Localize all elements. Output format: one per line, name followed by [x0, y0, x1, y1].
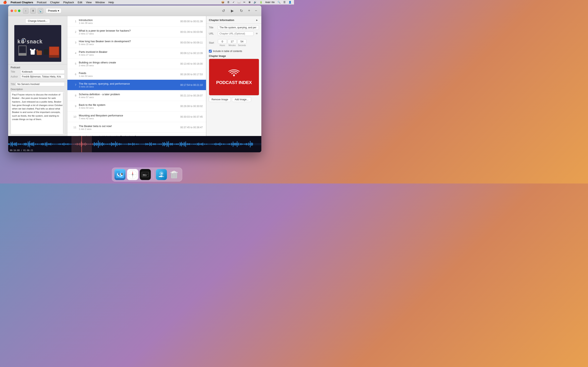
close-button[interactable] — [11, 9, 13, 12]
display-icon[interactable]: 🖥 — [247, 1, 251, 4]
svg-rect-142 — [106, 144, 107, 144]
menu-chapter[interactable]: Chapter — [49, 1, 61, 4]
seconds-input[interactable] — [237, 39, 246, 44]
description-scrollbar[interactable] — [63, 92, 64, 134]
svg-rect-233 — [181, 143, 181, 145]
chapter-image-section: Chapter Image PODCAST INDEX — [207, 55, 261, 102]
svg-rect-135 — [100, 143, 101, 145]
chapter-url-input[interactable] — [218, 31, 254, 36]
menu-podcast[interactable]: Podcast — [35, 1, 48, 4]
svg-rect-171 — [130, 143, 130, 145]
rewind-button[interactable]: ↺ — [220, 8, 227, 14]
chapter-item-8[interactable]: 8 Schema definition - a later problem 4 … — [67, 90, 206, 101]
chapter-item-3[interactable]: 3 How long has Beaker been in developmen… — [67, 37, 206, 48]
chapter-duration: 2 mins 20 secs — [79, 64, 180, 67]
expand-button[interactable]: ▶ — [255, 18, 259, 22]
menu-window[interactable]: Window — [94, 1, 106, 4]
svg-rect-183 — [140, 144, 140, 144]
apple-menu[interactable]: 🍎 — [2, 0, 8, 4]
chapter-item-4[interactable]: 4 Parts involved in Beaker 4 mins 27 sec… — [67, 48, 206, 58]
chapter-list[interactable]: 1 Introduction 1 min 39 secs 00:00:00 to… — [67, 16, 206, 136]
add-image-button[interactable]: Add Image... — [232, 97, 251, 102]
chapter-url-label: URL — [209, 32, 217, 35]
svg-rect-16 — [44, 49, 48, 55]
change-artwork-button[interactable]: Change Artwork... — [25, 18, 50, 24]
svg-rect-32 — [16, 142, 17, 146]
fullscreen-button[interactable] — [18, 9, 20, 12]
fantastical-icon[interactable]: 🗓 — [226, 1, 231, 4]
chapter-item-11[interactable]: 11 The Beaker beta is out now! 1 min 2 s… — [67, 122, 206, 133]
chapter-item-6[interactable]: 6 Feeds 1 min 53 secs 00:16:00 to 00:17:… — [67, 69, 206, 80]
chapter-item-12[interactable]: 12 How should people think about the Bea… — [67, 133, 206, 136]
chapter-title-input[interactable] — [218, 25, 259, 30]
dock-downie[interactable] — [156, 169, 167, 180]
episode-title-input[interactable] — [16, 82, 65, 86]
svg-rect-224 — [173, 144, 174, 144]
svg-rect-307 — [241, 143, 242, 145]
podcast-index-text: PODCAST INDEX — [216, 80, 252, 85]
forward-button[interactable]: ↻ — [238, 8, 245, 14]
menu-view[interactable]: View — [85, 1, 93, 4]
chapter-title: Introduction — [79, 18, 180, 22]
svg-rect-29 — [14, 143, 15, 145]
svg-rect-270 — [211, 144, 211, 144]
hours-input[interactable] — [218, 39, 227, 44]
search-icon[interactable]: 🔍 — [277, 1, 281, 4]
export-button[interactable]: ⬆ — [30, 8, 36, 14]
cut-icon[interactable]: ✂ — [242, 1, 246, 4]
svg-rect-268 — [209, 144, 210, 144]
menu-edit[interactable]: Edit — [76, 1, 84, 4]
chapter-item-1[interactable]: 1 Introduction 1 min 39 secs 00:00:00 to… — [67, 16, 206, 27]
dock-finder[interactable] — [114, 169, 126, 180]
chapter-item-2[interactable]: 2 What is a peer-to-peer browser for hac… — [67, 27, 206, 37]
battery-icon[interactable]: 🔋 — [259, 1, 263, 4]
remove-chapter-button[interactable]: − — [253, 8, 259, 14]
svg-rect-133 — [99, 143, 99, 145]
svg-rect-169 — [128, 143, 129, 145]
url-eye-icon[interactable]: 👁 — [255, 32, 259, 36]
checkmark-icon[interactable]: ✓ — [232, 1, 235, 4]
dock-trash[interactable] — [169, 169, 180, 180]
svg-rect-228 — [176, 143, 177, 145]
waveform-area[interactable]: generate waveform bars 00:16:00 / 01:06:… — [8, 136, 261, 152]
chapter-item-5[interactable]: 5 Building on things others create 2 min… — [67, 58, 206, 69]
description-text[interactable]: Paul Frazee returns to discuss the evolu… — [11, 92, 65, 134]
svg-rect-127 — [94, 142, 95, 146]
dropbox-icon[interactable]: 📦 — [221, 1, 225, 4]
add-chapter-button[interactable]: + — [246, 8, 252, 14]
svg-rect-211 — [163, 142, 163, 146]
chapter-item-9[interactable]: 9 Back to the file system 3 mins 54 secs… — [67, 101, 206, 111]
menu-podcast-chapters[interactable]: Podcast Chapters — [9, 1, 35, 4]
chapter-item-10[interactable]: 10 Mounting and filesystem performance 7… — [67, 111, 206, 122]
share-button[interactable]: ↑ — [23, 8, 29, 14]
menu-playback[interactable]: Playback — [62, 1, 76, 4]
dock-rclone[interactable]: RBr — [140, 169, 151, 180]
minutes-input[interactable] — [228, 39, 237, 44]
chapter-info-title: Chapter Information — [209, 18, 234, 22]
remove-image-button[interactable]: Remove Image — [209, 97, 231, 102]
chapter-item-7[interactable]: 7 The file system, querying, and perform… — [67, 80, 206, 90]
user-icon[interactable]: 👤 — [288, 1, 292, 4]
control-center-icon[interactable]: ☰ — [283, 1, 286, 4]
svg-rect-235 — [182, 143, 183, 145]
dock-safari[interactable] — [127, 169, 138, 180]
svg-rect-244 — [190, 143, 190, 145]
svg-rect-166 — [126, 144, 126, 144]
svg-rect-266 — [208, 144, 208, 144]
volume-icon[interactable]: 🔊 — [253, 1, 258, 4]
podcast-title-input[interactable] — [20, 70, 65, 74]
play-button[interactable]: ▶ — [229, 8, 236, 14]
podcast-author-input[interactable] — [20, 75, 65, 79]
toc-checkbox[interactable] — [209, 50, 212, 53]
broadcast-button[interactable]: 📡 — [38, 8, 43, 14]
svg-rect-202 — [155, 143, 156, 145]
svg-rect-278 — [217, 143, 218, 145]
menu-help[interactable]: Help — [107, 1, 115, 4]
svg-rect-284 — [222, 144, 223, 144]
svg-rect-176 — [134, 143, 135, 145]
svg-rect-178 — [136, 144, 136, 145]
minimize-button[interactable] — [14, 9, 17, 12]
svg-rect-153 — [115, 142, 116, 147]
ebook-icon[interactable]: 📖 — [237, 1, 241, 4]
presets-button[interactable]: Presets ▾ — [46, 8, 61, 13]
